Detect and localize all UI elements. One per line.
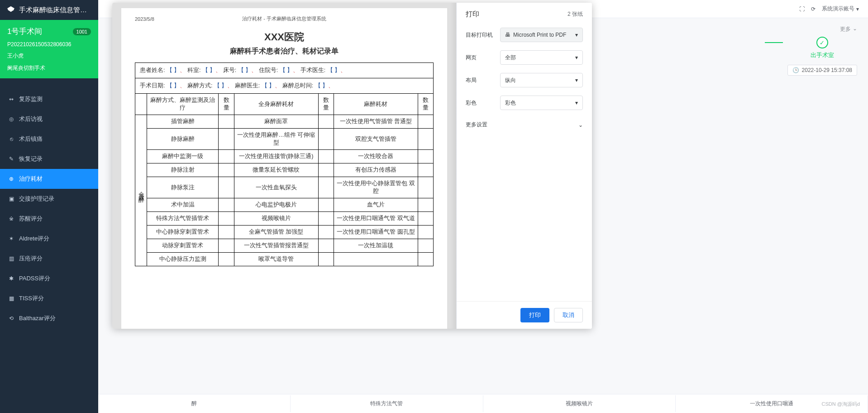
cell — [418, 163, 433, 177]
table-row: 特殊方法气管插管术视频喉镜片一次性使用口咽通气管 双气道 — [135, 212, 434, 226]
paper-header: 治疗耗材 - 手术麻醉临床信息管理系统 — [135, 15, 434, 22]
cell — [219, 150, 234, 163]
cell: 中心静脉压力监测 — [147, 253, 219, 266]
chevron-down-icon: ⌄ — [578, 122, 583, 128]
cell: 特殊方法气管插管术 — [147, 212, 219, 226]
layout-select[interactable]: 纵向▾ — [500, 73, 583, 87]
watermark: CSDN @淘源码d — [821, 401, 860, 408]
cell: 一次性血氧探头 — [234, 177, 318, 198]
info-row-2: 手术日期: 【 】、 麻醉方式: 【 】、 麻醉医生: 【 】、 麻醉总时间: … — [135, 78, 434, 94]
cell: 静脉注射 — [147, 163, 219, 177]
cell — [318, 226, 334, 239]
cell: 微量泵延长管螺纹 — [234, 163, 318, 177]
table-row: 静脉注射微量泵延长管螺纹有创压力传感器 — [135, 163, 434, 177]
cell — [219, 177, 234, 198]
cell — [318, 163, 334, 177]
cell: 术中加温 — [147, 198, 219, 212]
cell — [219, 198, 234, 212]
cell — [318, 253, 334, 266]
cell — [318, 239, 334, 253]
cell: 插管麻醉 — [147, 115, 219, 129]
cell — [219, 253, 234, 266]
cell: 双腔支气管插管 — [334, 129, 418, 150]
col-header: 全身麻醉耗材 — [234, 94, 318, 115]
color-select[interactable]: 彩色▾ — [500, 96, 583, 110]
col-header: 数量 — [318, 94, 334, 115]
chevron-down-icon: ▾ — [575, 32, 578, 38]
more-settings[interactable]: 更多设置⌄ — [466, 118, 583, 131]
header-row: 麻醉方式、麻醉监测及治疗数量全身麻醉耗材数量麻醉耗材数量 — [135, 94, 434, 115]
layout-label: 布局 — [466, 77, 496, 84]
cell — [318, 198, 334, 212]
cell: 麻醉中监测一级 — [147, 150, 219, 163]
cell: 静脉麻醉 — [147, 129, 219, 150]
cell: 中心静脉穿刺置管术 — [147, 226, 219, 239]
chevron-down-icon: ▾ — [575, 77, 578, 83]
table-row: 术中加温心电监护电极片血气片 — [135, 198, 434, 212]
table-row: 中心静脉压力监测喉罩气道导管 — [135, 253, 434, 266]
cell: 血气片 — [334, 198, 418, 212]
cell: 有创压力传感器 — [334, 163, 418, 177]
cancel-button[interactable]: 取消 — [554, 308, 583, 322]
cell: 一次性使用口咽通气管 双气道 — [334, 212, 418, 226]
print-preview[interactable]: 2023/5/8 治疗耗材 - 手术麻醉临床信息管理系统 XXX医院 麻醉科手术… — [112, 3, 456, 329]
print-page-count: 2 张纸 — [568, 10, 583, 18]
cell: 视频喉镜片 — [234, 212, 318, 226]
print-window: 2023/5/8 治疗耗材 - 手术麻醉临床信息管理系统 XXX医院 麻醉科手术… — [112, 3, 592, 329]
cell — [418, 150, 433, 163]
cell: 喉罩气道导管 — [234, 253, 318, 266]
paper-title: 麻醉科手术患者治疗、耗材记录单 — [135, 47, 434, 56]
print-overlay: 2023/5/8 治疗耗材 - 手术麻醉临床信息管理系统 XXX医院 麻醉科手术… — [0, 0, 868, 413]
cell: 静脉泵注 — [147, 177, 219, 198]
cell: 一次性使用麻醉…组件 可伸缩型 — [234, 129, 318, 150]
cell — [318, 129, 334, 150]
cell — [418, 239, 433, 253]
cell — [219, 163, 234, 177]
paper: 2023/5/8 治疗耗材 - 手术麻醉临床信息管理系统 XXX医院 麻醉科手术… — [121, 8, 447, 329]
cell — [418, 212, 433, 226]
cell: 麻醉面罩 — [234, 115, 318, 129]
pages-select[interactable]: 全部▾ — [500, 50, 583, 65]
cell — [219, 129, 234, 150]
cell — [418, 177, 433, 198]
cell — [219, 226, 234, 239]
cell — [318, 212, 334, 226]
cell: 一次性加温毯 — [334, 239, 418, 253]
info-row-1: 患者姓名: 【 】、 科室: 【 】、 床号: 【 】、 住院号: 【 】、 手… — [135, 63, 434, 78]
print-button[interactable]: 打印 — [520, 308, 549, 322]
chevron-down-icon: ▾ — [575, 54, 578, 61]
table-row: 全身麻醉插管麻醉麻醉面罩一次性使用气管插管 普通型 — [135, 115, 434, 129]
cell — [334, 253, 418, 266]
chevron-down-icon: ▾ — [575, 100, 578, 106]
cell: 一次性使用气管插管 普通型 — [334, 115, 418, 129]
table-row: 麻醉中监测一级一次性使用连接管(静脉三通)一次性咬合器 — [135, 150, 434, 163]
cell — [318, 150, 334, 163]
cell: 全麻气管插管 加强型 — [234, 226, 318, 239]
cell — [318, 177, 334, 198]
cell — [418, 129, 433, 150]
col-header: 麻醉耗材 — [334, 94, 418, 115]
cell — [219, 212, 234, 226]
cell: 一次性气管插管报普通型 — [234, 239, 318, 253]
cell: 一次性咬合器 — [334, 150, 418, 163]
print-panel: 打印 2 张纸 目标打印机 🖶Microsoft Print to PDF ▾ … — [456, 3, 592, 329]
scroll-shadow — [450, 3, 456, 329]
print-title: 打印 — [466, 10, 479, 19]
col-header: 数量 — [418, 94, 433, 115]
dest-label: 目标打印机 — [466, 31, 496, 39]
table-row: 中心静脉穿刺置管术全麻气管插管 加强型一次性使用口咽通气管 圆孔型 — [135, 226, 434, 239]
col-header: 麻醉方式、麻醉监测及治疗 — [147, 94, 219, 115]
printer-icon: 🖶 — [505, 32, 510, 38]
paper-hospital: XXX医院 — [135, 30, 434, 44]
cell: 一次性使用连接管(静脉三通) — [234, 150, 318, 163]
cell — [219, 239, 234, 253]
cell: 动脉穿刺置管术 — [147, 239, 219, 253]
cell — [418, 198, 433, 212]
cell: 一次性使用口咽通气管 圆孔型 — [334, 226, 418, 239]
vertical-header: 全身麻醉 — [135, 115, 147, 266]
cell — [418, 115, 433, 129]
dest-select[interactable]: 🖶Microsoft Print to PDF ▾ — [500, 28, 583, 42]
cell — [318, 115, 334, 129]
cell: 心电监护电极片 — [234, 198, 318, 212]
cell: 一次性使用中心静脉置管包 双腔 — [334, 177, 418, 198]
